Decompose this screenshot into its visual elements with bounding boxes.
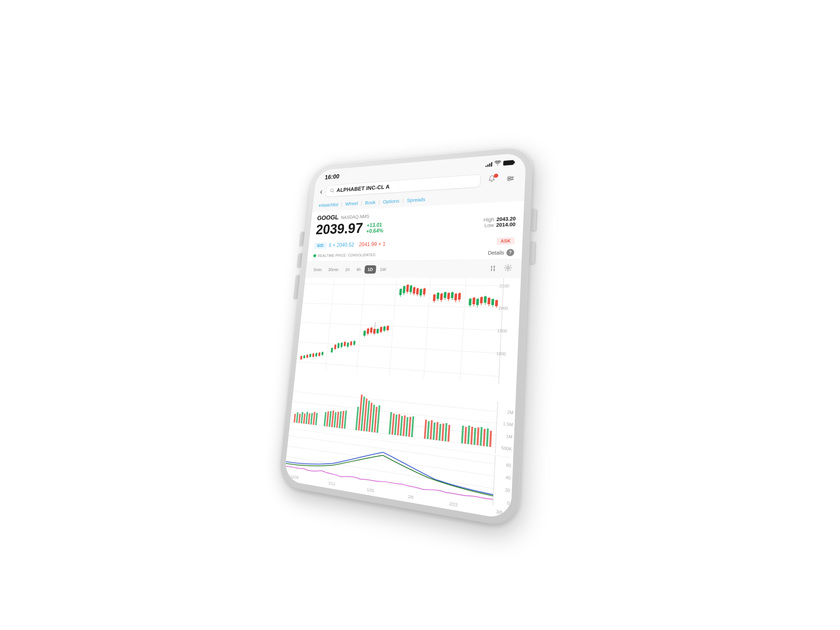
svg-point-14: [507, 267, 509, 269]
svg-rect-104: [451, 292, 454, 298]
svg-rect-100: [444, 292, 447, 298]
svg-rect-182: [467, 425, 470, 444]
time-btn-4h[interactable]: 4h: [353, 265, 364, 273]
svg-rect-172: [427, 421, 430, 439]
candle-group-early: [300, 283, 499, 374]
svg-rect-44: [321, 352, 324, 355]
svg-line-22: [389, 278, 397, 375]
battery-icon: [503, 159, 514, 165]
svg-rect-165: [397, 414, 400, 436]
realtime-text: REALTIME PRICE: CONSOLIDATED: [318, 253, 376, 257]
svg-rect-175: [436, 422, 438, 440]
notification-badge: [494, 173, 498, 178]
svg-rect-169: [408, 416, 411, 436]
phone-shell: 16:00: [278, 145, 533, 529]
price-changes: +13.01 +0.64%: [366, 220, 384, 234]
svg-rect-145: [326, 411, 329, 426]
price-change-pct: +0.64%: [366, 228, 384, 234]
svg-text:1.5M: 1.5M: [503, 421, 513, 427]
svg-rect-186: [480, 426, 483, 446]
status-time: 16:00: [324, 173, 339, 181]
svg-rect-92: [423, 288, 426, 294]
svg-rect-36: [309, 354, 311, 357]
gear-icon[interactable]: [501, 262, 515, 275]
svg-rect-74: [383, 326, 386, 330]
sort-icon[interactable]: [486, 263, 501, 275]
svg-rect-52: [340, 343, 343, 347]
time-btn-5min[interactable]: 5min: [310, 266, 325, 274]
svg-line-190: [495, 401, 498, 453]
time-btn-1h[interactable]: 1h: [342, 265, 353, 273]
tab-options[interactable]: Options: [380, 197, 402, 205]
signal-bar-2: [487, 164, 488, 167]
svg-text:40: 40: [505, 475, 511, 481]
tab-book[interactable]: Book: [362, 199, 378, 206]
svg-rect-110: [469, 298, 471, 305]
svg-marker-10: [491, 270, 492, 271]
ask-value: 2041.99 × 1: [356, 241, 388, 248]
svg-rect-62: [363, 331, 366, 336]
svg-rect-189: [489, 431, 492, 447]
svg-line-1: [333, 191, 334, 192]
tab-wheel[interactable]: Wheel: [343, 199, 360, 207]
svg-rect-152: [344, 411, 347, 429]
svg-text:1M: 1M: [506, 433, 512, 439]
svg-rect-94: [433, 294, 436, 301]
svg-rect-149: [336, 411, 339, 428]
svg-rect-88: [416, 288, 419, 294]
stock-ticker: GOOGL: [317, 213, 339, 221]
svg-rect-136: [298, 414, 301, 423]
svg-rect-141: [310, 413, 313, 425]
svg-rect-144: [324, 412, 327, 426]
back-button[interactable]: ‹: [319, 187, 323, 196]
svg-rect-50: [337, 343, 339, 348]
settings-button[interactable]: [503, 171, 518, 185]
signal-bar-4: [491, 162, 493, 166]
candlestick-svg: 2100 2000 1900 1800: [294, 278, 521, 401]
svg-rect-137: [301, 412, 303, 423]
svg-rect-64: [366, 328, 369, 333]
tab-spreads[interactable]: Spreads: [404, 196, 428, 204]
svg-rect-48: [334, 344, 336, 349]
svg-line-127: [292, 401, 497, 423]
high-label: High: [483, 216, 494, 223]
svg-rect-184: [474, 428, 476, 445]
volume-up-button: [300, 231, 305, 245]
svg-line-16: [303, 303, 502, 308]
time-btn-30min[interactable]: 30min: [325, 265, 342, 273]
svg-rect-147: [331, 411, 335, 427]
time-btn-1w[interactable]: 1W: [376, 265, 390, 273]
svg-rect-106: [454, 294, 457, 300]
svg-rect-188: [486, 428, 489, 447]
svg-text:500K: 500K: [501, 445, 512, 452]
svg-line-15: [305, 284, 503, 286]
svg-rect-138: [303, 413, 305, 423]
time-btn-1d[interactable]: 1D: [364, 265, 376, 273]
svg-rect-164: [394, 414, 397, 435]
notification-button[interactable]: [485, 173, 499, 187]
power-button: [294, 275, 300, 298]
bid-value: 5 × 2040.52: [326, 242, 357, 248]
svg-rect-135: [296, 412, 298, 423]
svg-text:1900: 1900: [497, 328, 507, 333]
tab-watchlist[interactable]: Watchlist: [318, 201, 341, 209]
svg-rect-56: [347, 343, 349, 347]
svg-rect-76: [386, 326, 389, 330]
svg-rect-82: [406, 285, 409, 292]
svg-line-19: [297, 362, 499, 376]
high-low: High 2043.20 Low 2014.00: [483, 214, 516, 228]
svg-rect-66: [370, 328, 373, 333]
svg-rect-183: [470, 426, 473, 444]
svg-text:60: 60: [506, 462, 511, 468]
svg-point-6: [511, 177, 513, 179]
svg-marker-9: [491, 265, 492, 266]
svg-rect-179: [448, 425, 450, 442]
svg-point-7: [508, 179, 510, 181]
svg-rect-171: [424, 420, 427, 439]
candlestick-chart[interactable]: 2100 2000 1900 1800: [294, 278, 521, 403]
svg-rect-174: [433, 422, 436, 440]
details-button[interactable]: Details ?: [488, 249, 515, 256]
svg-line-24: [460, 278, 466, 381]
svg-rect-151: [341, 411, 344, 428]
svg-rect-102: [447, 293, 450, 299]
